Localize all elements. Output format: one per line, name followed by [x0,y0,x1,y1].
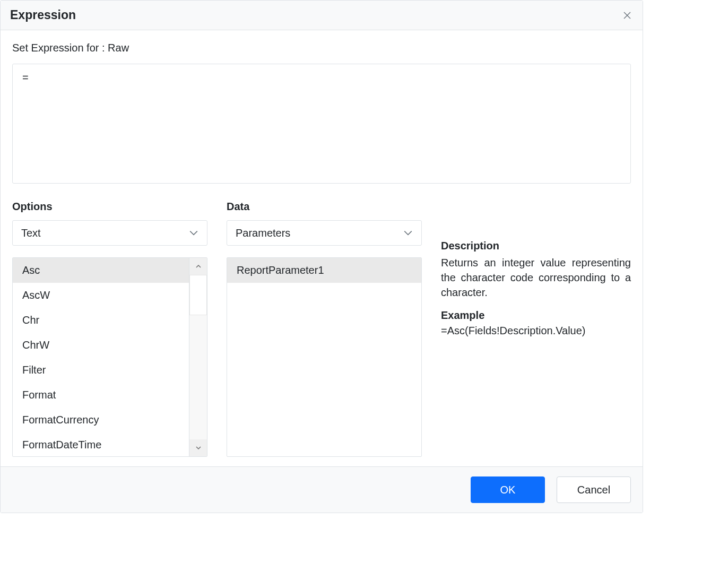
options-item-formatcurrency[interactable]: FormatCurrency [13,408,189,432]
options-scrollbar[interactable] [189,258,207,456]
data-item-reportparameter1[interactable]: ReportParameter1 [227,258,421,283]
dialog-footer: OK Cancel [1,466,643,513]
options-dropdown-value: Text [21,227,189,239]
options-item-ascw[interactable]: AscW [13,283,189,308]
options-item-filter[interactable]: Filter [13,358,189,383]
data-listbox: ReportParameter1 [227,257,422,457]
options-listbox-items: Asc AscW Chr ChrW Filter Format FormatCu… [13,258,189,456]
description-text: Returns an integer value representing th… [441,255,631,300]
scroll-up-icon[interactable] [189,258,207,275]
cancel-button[interactable]: Cancel [557,476,631,503]
dialog-title: Expression [10,8,76,22]
options-item-formatdatetime[interactable]: FormatDateTime [13,432,189,456]
options-item-chr[interactable]: Chr [13,308,189,333]
data-column: Data Parameters ReportParameter1 [227,201,422,457]
set-expression-label: Set Expression for : Raw [12,42,631,54]
data-dropdown[interactable]: Parameters [227,220,422,246]
data-dropdown-value: Parameters [236,227,403,239]
options-listbox: Asc AscW Chr ChrW Filter Format FormatCu… [12,257,207,457]
example-text: =Asc(Fields!Description.Value) [441,325,631,337]
scroll-down-icon[interactable] [189,439,207,456]
chevron-down-icon [189,228,198,238]
close-icon[interactable] [622,11,632,20]
options-item-asc[interactable]: Asc [13,258,189,283]
options-dropdown[interactable]: Text [12,220,207,246]
options-item-format[interactable]: Format [13,383,189,408]
description-column: Description Returns an integer value rep… [441,201,631,457]
ok-button[interactable]: OK [471,476,545,503]
options-column: Options Text Asc AscW Chr ChrW [12,201,207,457]
dialog-body: Set Expression for : Raw Options Text As… [1,30,643,466]
dialog-header: Expression [1,1,643,30]
description-block: Description Returns an integer value rep… [441,240,631,337]
chevron-down-icon [403,228,413,238]
data-title: Data [227,201,422,213]
example-title: Example [441,309,631,322]
expression-dialog: Expression Set Expression for : Raw Opti… [0,0,643,513]
scroll-thumb[interactable] [189,275,207,315]
description-title: Description [441,240,631,252]
data-listbox-items: ReportParameter1 [227,258,421,456]
options-title: Options [12,201,207,213]
columns: Options Text Asc AscW Chr ChrW [12,201,631,457]
options-item-chrw[interactable]: ChrW [13,333,189,358]
scroll-track[interactable] [189,275,207,439]
expression-input[interactable] [12,64,631,184]
